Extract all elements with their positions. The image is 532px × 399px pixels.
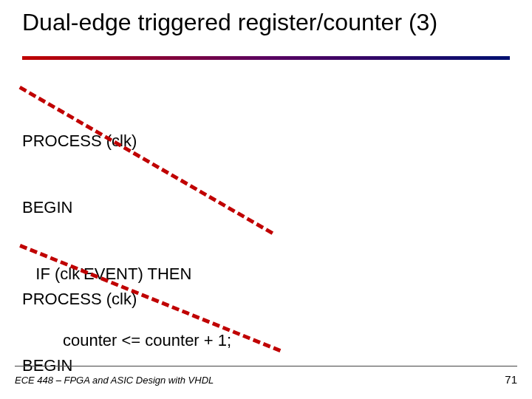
slide: Dual-edge triggered register/counter (3)…	[0, 0, 532, 399]
title-underline	[22, 56, 510, 60]
slide-title: Dual-edge triggered register/counter (3)	[22, 9, 437, 36]
footer-divider	[15, 366, 517, 366]
code-line: PROCESS (clk)	[22, 288, 231, 310]
code-line: BEGIN	[22, 197, 231, 219]
page-number: 71	[505, 373, 517, 386]
footer-text: ECE 448 – FPGA and ASIC Design with VHDL	[15, 375, 214, 386]
